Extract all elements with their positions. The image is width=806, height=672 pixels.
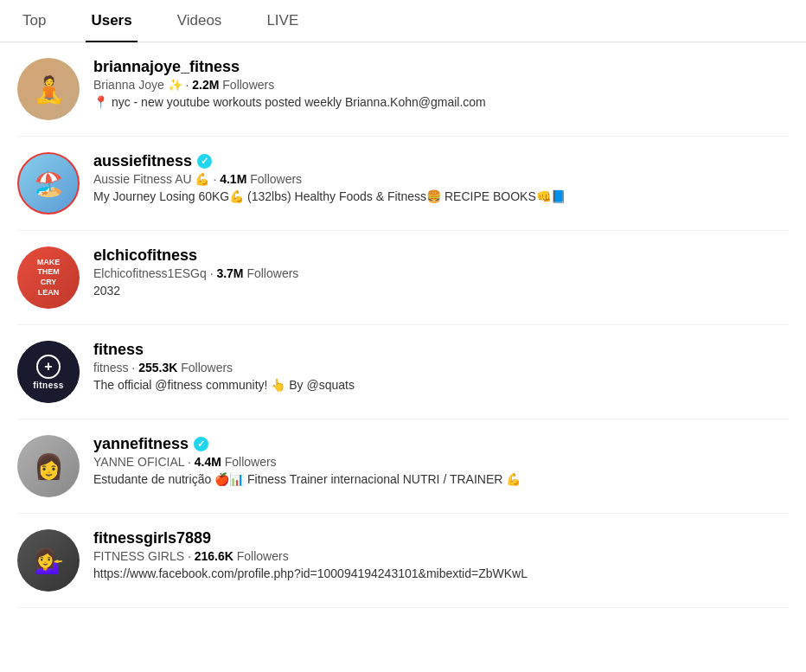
user-sub-info: YANNE OFICIAL · 4.4M Followers xyxy=(93,455,789,469)
user-sub-info: Brianna Joye ✨ · 2.2M Followers xyxy=(93,78,789,92)
user-info: aussiefitness✓Aussie Fitness AU 💪 · 4.1M… xyxy=(93,152,789,206)
user-bio: 📍 nyc - new youtube workouts posted week… xyxy=(93,94,789,112)
username: fitnessgirls7889 xyxy=(93,529,211,547)
list-item[interactable]: 🏖️aussiefitness✓Aussie Fitness AU 💪 · 4.… xyxy=(17,137,789,231)
tab-users[interactable]: Users xyxy=(86,0,137,42)
verified-badge-icon: ✓ xyxy=(197,154,212,169)
tab-navigation: Top Users Videos LIVE xyxy=(0,0,806,42)
list-item[interactable]: fitness fitnessfitness · 255.3K Follower… xyxy=(17,325,789,419)
avatar: fitness xyxy=(17,341,80,403)
list-item[interactable]: 💁‍♀️fitnessgirls7889FITNESS GIRLS · 216.… xyxy=(17,514,789,608)
avatar: MAKETHEMCRYLEAN xyxy=(17,246,80,309)
user-sub-info: Aussie Fitness AU 💪 · 4.1M Followers xyxy=(93,172,789,186)
tab-videos[interactable]: Videos xyxy=(172,0,227,42)
username: yannefitness xyxy=(93,435,189,453)
avatar: 👩 xyxy=(17,435,80,497)
tab-live[interactable]: LIVE xyxy=(261,0,304,42)
list-item[interactable]: MAKETHEMCRYLEANelchicofitnessElchicofitn… xyxy=(17,231,789,325)
avatar: 💁‍♀️ xyxy=(17,529,80,592)
user-bio: My Journey Losing 60KG💪 (132lbs) Healthy… xyxy=(93,189,789,206)
avatar: 🏖️ xyxy=(17,152,80,214)
user-sub-info: Elchicofitness1ESGq · 3.7M Followers xyxy=(93,266,789,280)
user-bio: Estudante de nutrição 🍎📊 Fitness Trainer… xyxy=(93,471,789,489)
tab-top[interactable]: Top xyxy=(17,0,51,42)
list-item[interactable]: 👩yannefitness✓YANNE OFICIAL · 4.4M Follo… xyxy=(17,419,789,514)
username: briannajoye_fitness xyxy=(93,58,240,76)
user-info: fitnessfitness · 255.3K FollowersThe off… xyxy=(93,341,789,394)
username: elchicofitness xyxy=(93,246,197,265)
verified-badge-icon: ✓ xyxy=(194,437,208,451)
username: aussiefitness xyxy=(93,152,192,170)
user-info: fitnessgirls7889FITNESS GIRLS · 216.6K F… xyxy=(93,529,789,583)
user-info: yannefitness✓YANNE OFICIAL · 4.4M Follow… xyxy=(93,435,789,489)
username: fitness xyxy=(93,341,144,359)
user-bio: https://www.facebook.com/profile.php?id=… xyxy=(93,566,789,583)
user-bio: 2032 xyxy=(93,283,789,300)
user-sub-info: FITNESS GIRLS · 216.6K Followers xyxy=(93,549,789,563)
user-list: 🧘briannajoye_fitnessBrianna Joye ✨ · 2.2… xyxy=(0,42,806,608)
avatar: 🧘 xyxy=(17,58,80,120)
user-info: briannajoye_fitnessBrianna Joye ✨ · 2.2M… xyxy=(93,58,789,112)
list-item[interactable]: 🧘briannajoye_fitnessBrianna Joye ✨ · 2.2… xyxy=(17,42,789,137)
user-sub-info: fitness · 255.3K Followers xyxy=(93,361,789,374)
user-info: elchicofitnessElchicofitness1ESGq · 3.7M… xyxy=(93,246,789,300)
user-bio: The official @fitness community! 👆 By @s… xyxy=(93,377,789,394)
